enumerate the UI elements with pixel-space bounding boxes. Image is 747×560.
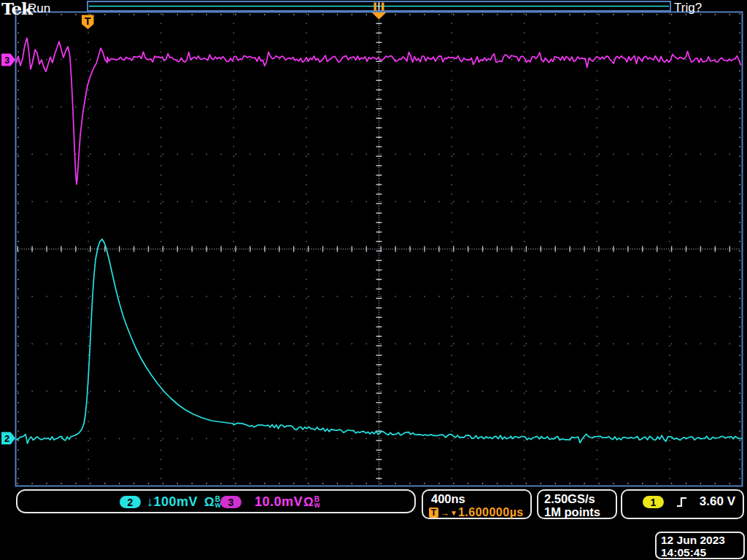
- waveform-display-area: T32: [0, 0, 747, 560]
- datetime-box: 12 Jun 2023 14:05:45: [655, 532, 745, 559]
- ch3-badge[interactable]: 3: [220, 496, 241, 508]
- timebase-scale: 400ns: [431, 492, 465, 506]
- trigger-delay-readout: T → ▼ 1.600000µs: [429, 506, 524, 519]
- ch3-scale: 10.0mV: [255, 494, 303, 510]
- ch3-bandwidth-icon: Bw: [314, 497, 320, 508]
- trigger-level-value: 3.60 V: [700, 494, 735, 509]
- ch2-coupling-ohm-icon: Ω: [204, 495, 214, 510]
- time-value: 14:05:45: [661, 546, 739, 559]
- window-bracket-right[interactable]: [382, 3, 384, 11]
- bw-w: w: [314, 502, 320, 508]
- graticule-grid: [16, 12, 743, 486]
- svg-text:3: 3: [4, 55, 9, 66]
- ch3-readout[interactable]: 3 10.0mV Ω Bw: [220, 494, 320, 510]
- acquisition-readout[interactable]: 2.50GS/s 1M points: [537, 489, 617, 519]
- timebase-readout[interactable]: 400ns T → ▼ 1.600000µs: [422, 489, 532, 519]
- ch2-badge[interactable]: 2: [120, 496, 141, 508]
- window-bracket-left[interactable]: [374, 3, 377, 11]
- channel-readout-bar: 2 ↓100mV Ω Bw 3 10.0mV Ω Bw: [16, 489, 416, 513]
- record-length: 1M points: [544, 505, 600, 519]
- trigger-readout[interactable]: 1 3.60 V: [621, 489, 744, 519]
- ch3-trace: [16, 38, 740, 184]
- date-value: 12 Jun 2023: [661, 534, 739, 546]
- sample-rate: 2.50GS/s: [544, 492, 595, 506]
- ch3-position-marker[interactable]: 3: [1, 54, 15, 66]
- trigger-status: Trig?: [674, 1, 702, 15]
- trigger-delay-value: 1.600000µs: [458, 506, 524, 519]
- svg-text:T: T: [85, 15, 91, 27]
- right-arrow-icon: →: [440, 508, 449, 518]
- rising-edge-icon: [676, 496, 688, 508]
- acquisition-status: Run: [28, 1, 50, 16]
- ch2-scale: ↓100mV: [147, 494, 198, 510]
- trigger-t-icon: T: [429, 508, 438, 518]
- down-triangle-icon: ▼: [450, 509, 457, 517]
- ch2-readout[interactable]: 2 ↓100mV Ω Bw: [120, 494, 220, 510]
- ch3-coupling-ohm-icon: Ω: [303, 495, 314, 510]
- trigger-source-badge[interactable]: 1: [643, 496, 664, 508]
- ch2-position-marker[interactable]: 2: [1, 432, 15, 445]
- trigger-position-arrow[interactable]: [372, 12, 387, 20]
- acquisition-preview-bar: T: [82, 1, 670, 29]
- svg-text:2: 2: [4, 433, 9, 444]
- scope-scene: T32: [0, 0, 747, 560]
- oscilloscope-screen: T32 Tek Run Trig? 2 ↓100mV Ω Bw 3 10.0mV…: [0, 0, 747, 560]
